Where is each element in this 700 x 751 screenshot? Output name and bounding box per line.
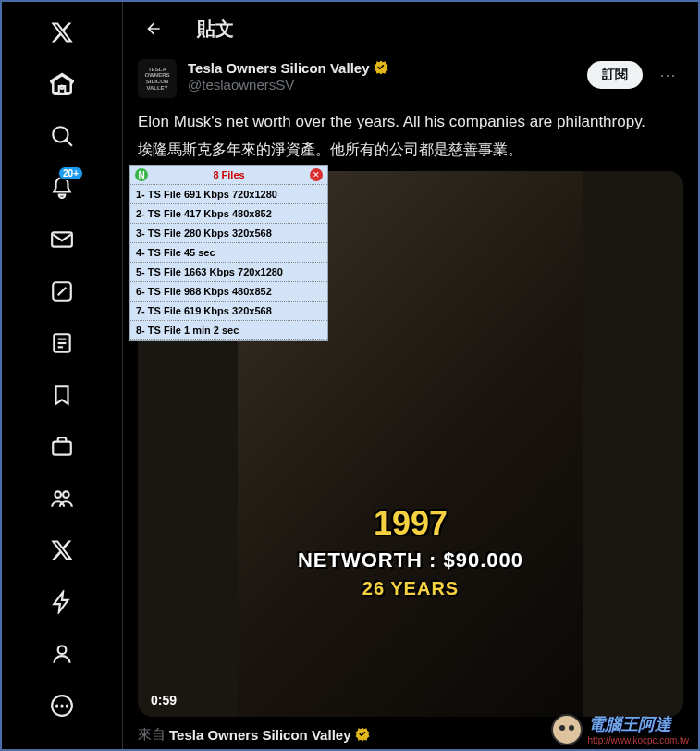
nav-grok[interactable] xyxy=(39,268,85,314)
nav-notifications[interactable]: 20+ xyxy=(39,165,85,211)
nav-lists[interactable] xyxy=(39,320,85,366)
svg-line-1 xyxy=(66,140,72,146)
author-handle[interactable]: @teslaownersSV xyxy=(188,77,576,92)
downloader-logo-icon: N xyxy=(135,168,148,181)
nav-home[interactable] xyxy=(39,61,85,107)
logo-x[interactable] xyxy=(39,9,85,55)
follow-button[interactable]: 訂閱 xyxy=(587,61,643,89)
more-button[interactable]: ⋯ xyxy=(652,59,683,91)
from-label: 來自 xyxy=(138,726,166,744)
verified-badge-icon xyxy=(373,59,389,76)
verified-badge-icon xyxy=(354,726,371,743)
page-header: 貼文 xyxy=(123,2,698,55)
video-timestamp: 0:59 xyxy=(151,693,177,708)
downloader-title: 8 Files xyxy=(148,169,310,180)
notif-badge: 20+ xyxy=(58,166,83,180)
svg-rect-8 xyxy=(53,442,71,455)
watermark-title: 電腦王阿達 xyxy=(588,713,689,735)
downloader-item[interactable]: 7- TS File 619 Kbps 320x568 xyxy=(130,302,327,321)
post-text-en: Elon Musk's net worth over the years. Al… xyxy=(138,111,683,133)
nav-search[interactable] xyxy=(39,113,85,159)
post: TESLA OWNERS SILICON VALLEY Tesla Owners… xyxy=(123,55,698,744)
video-networth: NETWORTH : $90.000 xyxy=(238,548,583,572)
back-button[interactable] xyxy=(138,13,169,44)
nav-profile[interactable] xyxy=(39,631,85,677)
svg-point-15 xyxy=(66,704,68,707)
watermark: 電腦王阿達 http://www.kocpc.com.tw xyxy=(551,713,689,745)
downloader-item[interactable]: 1- TS File 691 Kbps 720x1280 xyxy=(130,185,327,204)
svg-point-14 xyxy=(60,704,63,707)
nav-communities[interactable] xyxy=(39,475,85,522)
svg-point-13 xyxy=(55,704,58,707)
downloader-item[interactable]: 6- TS File 988 Kbps 480x852 xyxy=(130,282,327,302)
nav-jobs[interactable] xyxy=(39,424,85,470)
author-name[interactable]: Tesla Owners Silicon Valley xyxy=(188,60,369,76)
author-avatar[interactable]: TESLA OWNERS SILICON VALLEY xyxy=(138,59,177,98)
nav-more[interactable] xyxy=(39,683,85,729)
svg-point-10 xyxy=(63,491,69,498)
nav-premium[interactable] xyxy=(39,527,85,573)
downloader-popup: N 8 Files ✕ 1- TS File 691 Kbps 720x1280… xyxy=(129,165,328,341)
downloader-item[interactable]: 3- TS File 280 Kbps 320x568 xyxy=(130,224,327,243)
sidebar: 20+ xyxy=(2,2,122,749)
from-author[interactable]: Tesla Owners Silicon Valley xyxy=(169,727,350,743)
downloader-item[interactable]: 8- TS File 1 min 2 sec xyxy=(130,321,327,340)
main-content: 貼文 TESLA OWNERS SILICON VALLEY Tesla Own… xyxy=(122,2,698,749)
watermark-face-icon xyxy=(551,714,583,745)
svg-point-0 xyxy=(53,127,68,142)
svg-point-11 xyxy=(58,646,67,654)
video-year: 1997 xyxy=(238,504,583,543)
post-text-cn: 埃隆馬斯克多年來的淨資產。他所有的公司都是慈善事業。 xyxy=(138,141,683,160)
nav-messages[interactable] xyxy=(39,216,85,263)
svg-point-9 xyxy=(55,491,60,498)
downloader-item[interactable]: 4- TS File 45 sec xyxy=(130,243,327,263)
video-age: 26 YEARS xyxy=(238,578,583,599)
downloader-close-button[interactable]: ✕ xyxy=(310,168,323,181)
nav-verified[interactable] xyxy=(39,579,85,625)
downloader-item[interactable]: 2- TS File 417 Kbps 480x852 xyxy=(130,204,327,224)
nav-bookmarks[interactable] xyxy=(39,372,85,418)
page-title: 貼文 xyxy=(197,17,234,42)
watermark-url: http://www.kocpc.com.tw xyxy=(588,735,689,745)
downloader-item[interactable]: 5- TS File 1663 Kbps 720x1280 xyxy=(130,263,327,282)
